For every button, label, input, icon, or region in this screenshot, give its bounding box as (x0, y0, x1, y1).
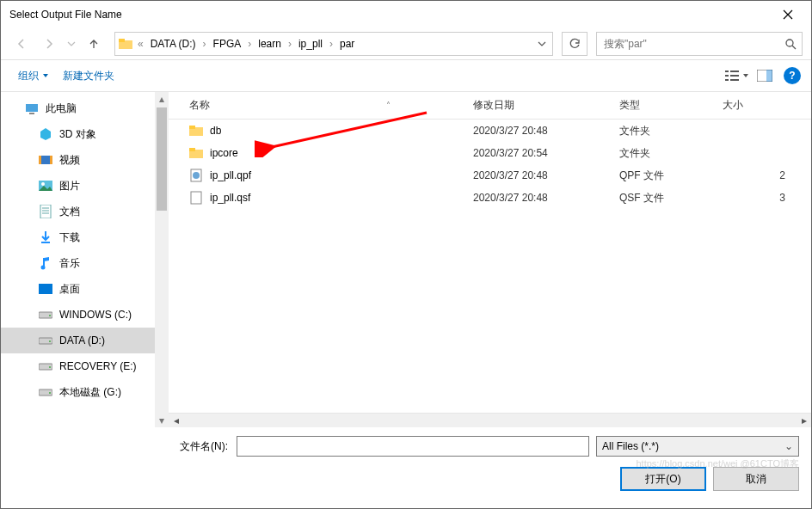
drive-icon (39, 359, 52, 373)
search-input[interactable] (602, 37, 784, 51)
breadcrumb-item[interactable]: par (335, 33, 360, 55)
search-box[interactable] (596, 32, 803, 56)
svg-point-33 (49, 392, 51, 394)
list-view-icon (725, 70, 741, 82)
file-date: 2020/3/27 20:54 (466, 147, 612, 159)
sidebar-item[interactable]: 下载 (1, 224, 169, 250)
file-type-filter[interactable]: All Files (*.*) ⌄ (596, 436, 799, 457)
3d-icon (39, 127, 52, 141)
sidebar-item-label: 此电脑 (46, 101, 77, 116)
file-icon (189, 191, 203, 205)
breadcrumb-item[interactable]: ip_pll (293, 33, 328, 55)
preview-pane-button[interactable] (753, 64, 777, 88)
close-icon (783, 9, 793, 20)
drive-icon (39, 334, 52, 347)
svg-rect-19 (40, 205, 51, 218)
cancel-button[interactable]: 取消 (713, 467, 799, 491)
svg-point-27 (49, 315, 51, 316)
column-size[interactable]: 大小 (716, 98, 811, 113)
drive-icon (39, 308, 52, 322)
sidebar-scrollbar[interactable]: ▴ ▾ (155, 92, 169, 427)
file-row[interactable]: ipcore2020/3/27 20:54文件夹 (169, 142, 811, 164)
file-type: 文件夹 (612, 146, 716, 161)
file-date: 2020/3/27 20:48 (466, 169, 612, 181)
file-row[interactable]: db2020/3/27 20:48文件夹 (169, 120, 811, 142)
address-dropdown-button[interactable] (532, 33, 552, 55)
file-name: db (210, 125, 221, 137)
help-button[interactable]: ? (784, 67, 801, 84)
arrow-left-icon (15, 37, 28, 51)
music-icon (39, 256, 52, 270)
filename-input[interactable] (237, 436, 589, 457)
svg-rect-9 (730, 79, 739, 81)
file-type: QSF 文件 (612, 191, 716, 205)
file-row[interactable]: ip_pll.qsf2020/3/27 20:48QSF 文件3 (169, 187, 811, 209)
sidebar-item[interactable]: 文档 (1, 199, 169, 224)
organize-menu[interactable]: 组织 (11, 65, 56, 87)
refresh-button[interactable] (562, 32, 587, 56)
sort-asc-icon: ˄ (386, 101, 391, 110)
breadcrumb-item[interactable]: learn (253, 33, 286, 55)
breadcrumb-item[interactable]: DATA (D:) (145, 33, 201, 55)
sidebar-item[interactable]: 3D 对象 (1, 121, 169, 147)
sidebar-item[interactable]: RECOVERY (E:) (1, 353, 169, 379)
new-folder-button[interactable]: 新建文件夹 (56, 65, 121, 87)
sidebar-item-label: WINDOWS (C:) (59, 309, 132, 321)
svg-point-2 (786, 40, 793, 46)
sidebar-item[interactable]: DATA (D:) (1, 328, 169, 353)
scroll-down-icon: ▾ (155, 414, 169, 427)
sidebar-item[interactable]: WINDOWS (C:) (1, 302, 169, 328)
folder-icon (189, 146, 203, 160)
file-type: QPF 文件 (612, 169, 716, 183)
open-button[interactable]: 打开(O) (620, 467, 706, 491)
sidebar-item-label: 3D 对象 (59, 127, 96, 142)
newfolder-label: 新建文件夹 (63, 69, 114, 83)
sidebar-item-label: 音乐 (59, 256, 80, 271)
file-row[interactable]: ip_pll.qpf2020/3/27 20:48QPF 文件2 (169, 164, 811, 187)
file-name: ip_pll.qsf (210, 192, 250, 204)
column-type[interactable]: 类型 (612, 98, 716, 113)
pc-icon (25, 101, 39, 115)
svg-rect-6 (725, 79, 729, 81)
nav-back-button[interactable] (9, 32, 34, 56)
svg-rect-37 (189, 148, 195, 151)
file-size: 3 (716, 192, 811, 204)
svg-rect-25 (39, 284, 52, 294)
search-icon (784, 38, 797, 50)
chevron-down-icon: ⌄ (784, 440, 793, 452)
sidebar-item[interactable]: 视频 (1, 147, 169, 173)
nav-forward-button[interactable] (37, 32, 61, 56)
file-size: 2 (716, 169, 811, 181)
desk-icon (39, 282, 52, 296)
sidebar-item-label: 本地磁盘 (G:) (59, 385, 121, 400)
sidebar-item-label: 文档 (59, 205, 80, 219)
sidebar-item[interactable]: 桌面 (1, 276, 169, 302)
arrow-right-icon (42, 37, 56, 51)
column-date[interactable]: 修改日期 (466, 98, 612, 113)
column-name[interactable]: 名称 ˄ (182, 98, 466, 113)
breadcrumb-item[interactable]: FPGA (208, 33, 247, 55)
close-button[interactable] (768, 1, 808, 28)
sidebar-item[interactable]: 音乐 (1, 250, 169, 276)
scroll-thumb[interactable] (157, 107, 167, 211)
file-date: 2020/3/27 20:48 (466, 192, 612, 204)
sidebar-item[interactable]: 图片 (1, 173, 169, 199)
address-bar[interactable]: « DATA (D:) › FPGA › learn › ip_pll › pa… (114, 32, 553, 56)
svg-rect-13 (29, 113, 34, 114)
sidebar-item[interactable]: 此电脑 (1, 95, 169, 121)
svg-rect-1 (119, 39, 125, 42)
svg-rect-40 (191, 192, 201, 204)
sidebar-item-label: 桌面 (59, 282, 80, 297)
file-hscrollbar[interactable]: ◂ ▸ (169, 413, 811, 427)
svg-rect-35 (189, 126, 195, 129)
nav-recent-button[interactable] (65, 32, 78, 56)
folder-icon (189, 124, 203, 138)
sidebar-item[interactable]: 本地磁盘 (G:) (1, 379, 169, 405)
nav-up-button[interactable] (82, 32, 106, 56)
view-mode-button[interactable] (725, 64, 749, 88)
video-icon (39, 153, 52, 167)
svg-point-31 (49, 366, 51, 368)
file-type: 文件夹 (612, 124, 716, 138)
scroll-right-icon: ▸ (797, 414, 811, 427)
doc-icon (39, 205, 52, 218)
